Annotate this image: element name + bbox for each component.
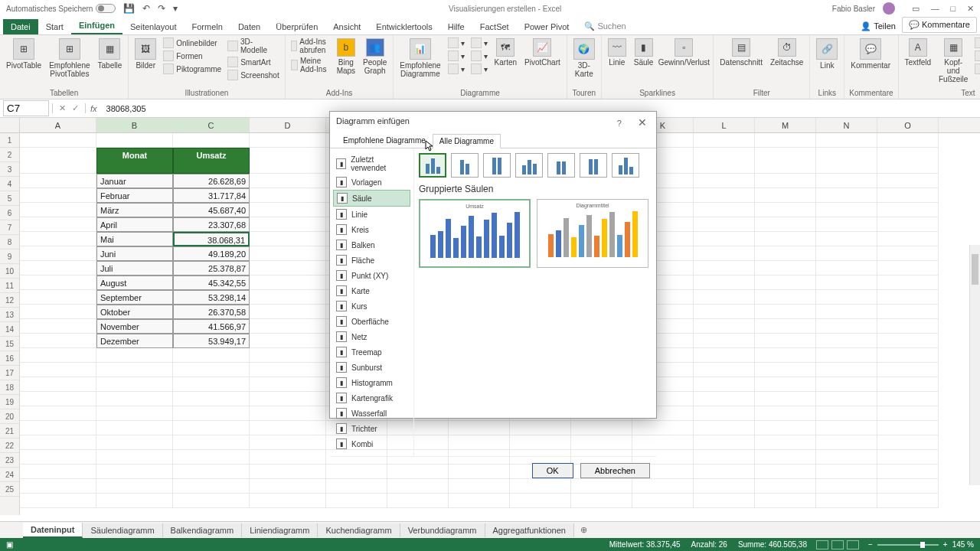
slicer-button[interactable]: ▤Datenschnitt xyxy=(718,37,764,68)
chart-pie-button[interactable]: ▾ xyxy=(447,63,466,75)
table-button[interactable]: ▦Tabelle xyxy=(96,37,124,71)
chart-cat-16[interactable]: ▮Wasserfall xyxy=(333,406,410,421)
tab-formeln[interactable]: Formeln xyxy=(185,19,230,34)
sparkline-winloss-button[interactable]: ▫Gewinn/Verlust xyxy=(659,37,708,68)
name-box[interactable] xyxy=(3,100,49,116)
object-button[interactable]: Objekt xyxy=(974,63,980,75)
tab-ueberpruefen[interactable]: Überprüfen xyxy=(268,19,325,34)
comment-button[interactable]: 💬Kommentar xyxy=(849,37,892,71)
chart-cat-4[interactable]: ▮Kreis xyxy=(333,222,410,237)
chart-cat-11[interactable]: ▮Netz xyxy=(333,329,410,344)
online-pictures-button[interactable]: Onlinebilder xyxy=(162,37,222,49)
sheet-tab-verbund[interactable]: Verbunddiagramm xyxy=(400,523,485,537)
confirm-formula-icon[interactable]: ✓ xyxy=(72,103,79,113)
fx-icon[interactable]: fx xyxy=(86,104,102,113)
row-headers[interactable]: 1234567891011121314151617181920212223242… xyxy=(0,118,20,515)
chart-cat-12[interactable]: ▮Treemap xyxy=(333,344,410,360)
chart-col-button[interactable]: ▾ xyxy=(447,37,466,49)
pivotchart-button[interactable]: 📈PivotChart xyxy=(523,37,562,68)
sheet-tab-dateninput[interactable]: Dateninput xyxy=(23,523,83,538)
share-button[interactable]: 👤 Teilen xyxy=(854,18,902,34)
link-button[interactable]: 🔗Link xyxy=(815,37,839,71)
sheet-tab-kuchen[interactable]: Kuchendiagramm xyxy=(318,523,400,537)
tab-einfuegen[interactable]: Einfügen xyxy=(71,18,122,34)
pivottable-button[interactable]: ⊞PivotTable xyxy=(5,37,43,71)
chart-area-button[interactable]: ▾ xyxy=(470,50,488,62)
search-label[interactable]: Suchen xyxy=(597,21,626,31)
chart-cat-10[interactable]: ▮Oberfläche xyxy=(333,314,410,329)
tab-powerpivot[interactable]: Power Pivot xyxy=(517,19,577,34)
chart-cat-13[interactable]: ▮Sunburst xyxy=(333,360,410,375)
subtype-3d-clustered[interactable] xyxy=(515,153,543,178)
chart-cat-17[interactable]: ▮Trichter xyxy=(333,421,410,436)
chart-bar-button[interactable]: ▾ xyxy=(470,37,488,49)
sheet-tab-aggregat[interactable]: Aggregatfunktionen xyxy=(485,523,574,537)
tab-daten[interactable]: Daten xyxy=(230,19,268,34)
chart-cat-0[interactable]: ▮Zuletzt verwendet xyxy=(333,153,410,174)
tab-seitenlayout[interactable]: Seitenlayout xyxy=(122,19,185,34)
sparkline-col-button[interactable]: ▮Säule xyxy=(632,37,655,68)
redo-icon[interactable]: ↷ xyxy=(158,3,165,14)
autosave-toggle[interactable]: Automatisches Speichern xyxy=(6,4,116,13)
dialog-tab-all[interactable]: Alle Diagramme xyxy=(433,134,501,148)
3dmap-button[interactable]: 🌍3D-Karte xyxy=(572,37,596,80)
ok-button[interactable]: OK xyxy=(532,463,573,478)
timeline-button[interactable]: ⏱Zeitachse xyxy=(769,37,805,68)
save-icon[interactable]: 💾 xyxy=(123,3,135,14)
tab-start[interactable]: Start xyxy=(38,19,71,34)
zoom-level[interactable]: 145 % xyxy=(952,540,974,549)
get-addins-button[interactable]: Add-Ins abrufen xyxy=(290,37,331,55)
sparkline-line-button[interactable]: 〰Linie xyxy=(606,37,628,68)
record-macro-icon[interactable]: ▣ xyxy=(6,540,13,549)
dialog-help-icon[interactable]: ? xyxy=(617,119,622,128)
my-addins-button[interactable]: Meine Add-Ins xyxy=(290,56,331,74)
chart-cat-8[interactable]: ▮Karte xyxy=(333,283,410,298)
dialog-close-icon[interactable]: ✕ xyxy=(635,116,650,129)
zoom-in-icon[interactable]: + xyxy=(943,540,948,549)
chart-cat-9[interactable]: ▮Kurs xyxy=(333,298,410,314)
bing-maps-button[interactable]: bBing Maps xyxy=(335,37,357,77)
chart-cat-6[interactable]: ▮Fläche xyxy=(333,253,410,268)
signature-button[interactable]: Signaturzeile xyxy=(974,50,980,62)
pictures-button[interactable]: 🖼Bilder xyxy=(133,37,158,71)
sheet-tab-linien[interactable]: Liniendiagramm xyxy=(242,523,318,537)
chart-preview-2[interactable]: Diagrammtitel xyxy=(537,199,648,268)
file-tab[interactable]: Datei xyxy=(3,19,38,34)
3dmodels-button[interactable]: 3D-Modelle xyxy=(227,37,280,55)
subtype-3d-100stacked[interactable] xyxy=(580,153,607,178)
sheet-tab-saeulen[interactable]: Säulendiagramm xyxy=(83,523,162,537)
cancel-formula-icon[interactable]: ✕ xyxy=(59,103,66,113)
smartart-button[interactable]: SmartArt xyxy=(227,56,280,68)
recommended-pivot-button[interactable]: ⊞Empfohlene PivotTables xyxy=(47,37,91,80)
subtype-3d-column[interactable] xyxy=(612,153,639,178)
zoom-slider[interactable] xyxy=(877,544,939,546)
screenshot-button[interactable]: Screenshot xyxy=(227,69,280,81)
subtype-3d-stacked[interactable] xyxy=(547,153,575,178)
minimize-icon[interactable]: — xyxy=(931,4,939,13)
tab-ansicht[interactable]: Ansicht xyxy=(325,19,368,34)
user-avatar[interactable] xyxy=(883,2,895,15)
recommended-charts-button[interactable]: 📊Empfohlene Diagramme xyxy=(398,37,442,80)
icons-button[interactable]: Piktogramme xyxy=(162,63,222,75)
maximize-icon[interactable]: □ xyxy=(951,4,956,13)
tab-hilfe[interactable]: Hilfe xyxy=(440,19,472,34)
chart-cat-14[interactable]: ▮Histogramm xyxy=(333,375,410,390)
ribbon-options-icon[interactable]: ▭ xyxy=(912,4,920,13)
subtype-clustered-column[interactable] xyxy=(419,153,446,178)
subtype-100stacked-column[interactable] xyxy=(483,153,511,178)
close-window-icon[interactable]: ✕ xyxy=(967,4,974,13)
chart-cat-2[interactable]: ▮Säule xyxy=(333,190,410,207)
chart-cat-7[interactable]: ▮Punkt (XY) xyxy=(333,268,410,283)
shapes-button[interactable]: Formen xyxy=(162,50,222,62)
textbox-button[interactable]: ATextfeld xyxy=(903,37,933,68)
page-break-view-icon[interactable] xyxy=(847,540,859,549)
chart-scatter-button[interactable]: ▾ xyxy=(470,63,488,75)
cancel-button[interactable]: Abbrechen xyxy=(580,463,650,478)
subtype-stacked-column[interactable] xyxy=(451,153,479,178)
undo-icon[interactable]: ↶ xyxy=(142,3,150,14)
wordart-button[interactable]: WordArt xyxy=(974,37,980,49)
chart-line-button[interactable]: ▾ xyxy=(447,50,466,62)
chart-cat-3[interactable]: ▮Linie xyxy=(333,207,410,222)
normal-view-icon[interactable] xyxy=(816,540,828,549)
sheet-tab-balken[interactable]: Balkendiagramm xyxy=(163,523,243,537)
